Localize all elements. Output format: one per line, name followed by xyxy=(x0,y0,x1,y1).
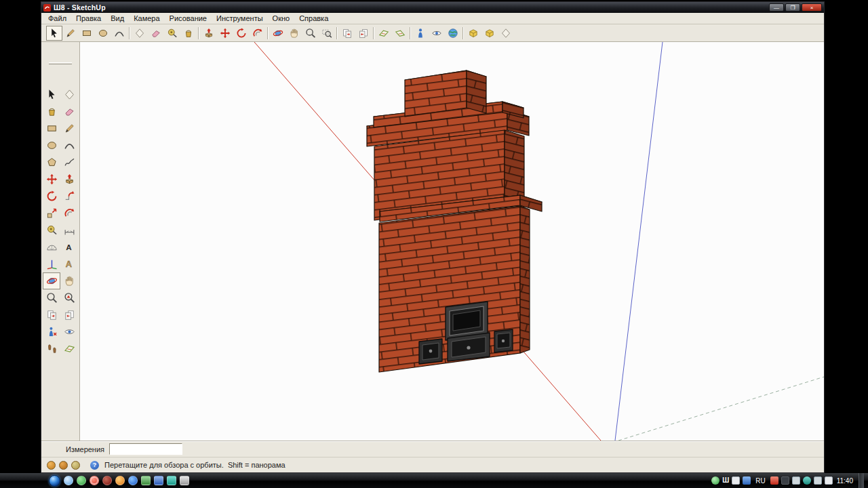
palette-paint-bucket-tool[interactable] xyxy=(43,103,60,120)
palette-rectangle-tool[interactable] xyxy=(43,120,60,137)
viewport[interactable] xyxy=(80,42,824,441)
palette-zoom-extents-tool[interactable] xyxy=(60,289,78,306)
palette-freehand-tool[interactable] xyxy=(60,154,78,171)
palette-pan-tool[interactable] xyxy=(60,272,78,289)
zoom-window-button[interactable] xyxy=(319,26,335,41)
palette-protractor-tool[interactable] xyxy=(43,239,60,256)
make-component-button[interactable] xyxy=(132,26,148,41)
taskbar-app-icon-9[interactable] xyxy=(167,476,176,485)
geo-status-icon[interactable] xyxy=(47,461,56,470)
move-tool-button[interactable] xyxy=(217,26,233,41)
palette-next-view-tool[interactable] xyxy=(60,306,78,323)
help-icon[interactable]: ? xyxy=(90,461,99,470)
pan-tool-button[interactable] xyxy=(286,26,302,41)
section-cuts-button[interactable] xyxy=(392,26,408,41)
start-button[interactable] xyxy=(49,475,60,487)
tray-icon-volume[interactable] xyxy=(825,476,833,485)
palette-select-tool[interactable] xyxy=(43,86,60,103)
taskbar-app-icon-10[interactable] xyxy=(180,476,189,485)
close-button[interactable]: × xyxy=(802,3,822,12)
palette-push-pull-tool[interactable] xyxy=(60,171,78,188)
palette-polygon-tool[interactable] xyxy=(43,154,60,171)
palette-offset-tool[interactable] xyxy=(60,205,78,222)
palette-text-tool[interactable] xyxy=(60,239,78,256)
get-models-button[interactable] xyxy=(465,26,481,41)
claim-status-icon[interactable] xyxy=(71,461,80,470)
menu-camera[interactable]: Камера xyxy=(129,14,164,24)
credits-status-icon[interactable] xyxy=(59,461,68,470)
rotate-tool-button[interactable] xyxy=(233,26,250,41)
tray-icon-4[interactable] xyxy=(781,476,789,485)
menu-window[interactable]: Окно xyxy=(268,14,295,24)
arc-tool-button[interactable] xyxy=(111,26,127,41)
tray-icon-display[interactable] xyxy=(792,476,800,485)
orbit-tool-button[interactable] xyxy=(270,26,286,41)
palette-line-tool[interactable] xyxy=(60,120,78,137)
rectangle-tool-button[interactable] xyxy=(79,26,95,41)
taskbar-app-icon-ie[interactable] xyxy=(128,476,138,485)
palette-axes-tool[interactable] xyxy=(43,256,60,272)
palette-circle-tool[interactable] xyxy=(43,137,60,154)
select-tool-button[interactable] xyxy=(46,26,62,41)
tray-sketchup-badge[interactable]: Ш xyxy=(722,476,729,485)
language-indicator[interactable]: RU xyxy=(753,477,767,485)
tray-icon-messenger[interactable] xyxy=(711,476,719,485)
palette-tape-measure-tool[interactable] xyxy=(43,222,60,239)
circle-tool-button[interactable] xyxy=(95,26,111,41)
palette-arc-tool[interactable] xyxy=(60,137,78,154)
maximize-button[interactable]: ❐ xyxy=(785,3,800,12)
palette-3d-text-tool[interactable] xyxy=(60,256,78,272)
taskbar-app-icon-1[interactable] xyxy=(64,476,73,485)
tray-icon-2[interactable] xyxy=(743,476,751,485)
menu-file[interactable]: Файл xyxy=(43,14,71,24)
tray-icon-5[interactable] xyxy=(803,476,811,485)
tape-measure-button[interactable] xyxy=(164,26,180,41)
show-desktop-button[interactable] xyxy=(859,473,864,488)
taskbar-app-icon-firefox[interactable] xyxy=(115,476,125,485)
zoom-tool-button[interactable] xyxy=(302,26,319,41)
taskbar-app-icon-opera[interactable] xyxy=(90,476,99,485)
measurements-input[interactable] xyxy=(109,443,182,455)
minimize-button[interactable]: — xyxy=(769,3,784,12)
palette-follow-me-tool[interactable] xyxy=(60,188,78,205)
tray-icon-network[interactable] xyxy=(814,476,822,485)
google-earth-button[interactable] xyxy=(445,26,461,41)
palette-rotate-tool[interactable] xyxy=(43,188,60,205)
menu-edit[interactable]: Правка xyxy=(71,14,106,24)
offset-tool-button[interactable] xyxy=(250,26,266,41)
palette-position-camera-tool[interactable] xyxy=(43,323,60,340)
palette-make-component-tool[interactable] xyxy=(60,86,78,103)
palette-eraser-tool[interactable] xyxy=(60,103,78,120)
look-around-button[interactable] xyxy=(429,26,445,41)
line-tool-button[interactable] xyxy=(62,26,79,41)
palette-previous-view-tool[interactable] xyxy=(43,306,60,323)
palette-scale-tool[interactable] xyxy=(43,205,60,222)
taskbar-app-icon-4[interactable] xyxy=(102,476,112,485)
tray-icon-1[interactable] xyxy=(732,476,740,485)
palette-move-tool[interactable] xyxy=(43,171,60,188)
menu-tools[interactable]: Инструменты xyxy=(212,14,268,24)
tray-icon-3[interactable] xyxy=(770,476,778,485)
menu-draw[interactable]: Рисование xyxy=(165,14,212,24)
paint-bucket-button[interactable] xyxy=(180,26,197,41)
section-plane-button[interactable] xyxy=(376,26,392,41)
push-pull-button[interactable] xyxy=(201,26,217,41)
taskbar-app-icon-7[interactable] xyxy=(141,476,151,485)
palette-orbit-tool[interactable] xyxy=(43,272,60,289)
taskbar-app-icon-8[interactable] xyxy=(154,476,163,485)
palette-dimension-tool[interactable] xyxy=(60,222,78,239)
palette-zoom-tool[interactable] xyxy=(43,289,60,306)
taskbar-app-icon-2[interactable] xyxy=(77,476,86,485)
palette-look-around-tool[interactable] xyxy=(60,323,78,340)
menu-help[interactable]: Справка xyxy=(294,14,333,24)
eraser-tool-button[interactable] xyxy=(148,26,164,41)
component-options-button[interactable] xyxy=(498,26,514,41)
taskbar-clock[interactable]: 11:40 xyxy=(835,477,856,485)
previous-view-button[interactable] xyxy=(339,26,355,41)
share-models-button[interactable] xyxy=(481,26,498,41)
palette-section-plane-tool[interactable] xyxy=(60,340,78,357)
menu-view[interactable]: Вид xyxy=(106,14,129,24)
palette-walk-tool[interactable] xyxy=(43,340,60,357)
position-camera-button[interactable] xyxy=(412,26,429,41)
palette-grip[interactable] xyxy=(49,62,72,64)
